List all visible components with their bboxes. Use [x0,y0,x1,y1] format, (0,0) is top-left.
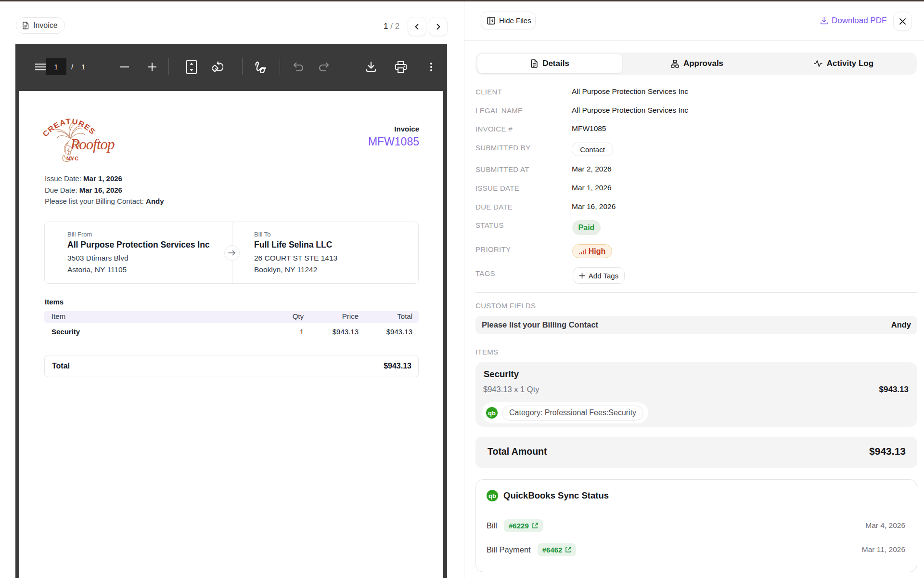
svg-text:NYC: NYC [66,156,79,161]
svg-text:Rooftop: Rooftop [70,136,115,153]
svg-text:CREATURES: CREATURES [41,117,97,138]
